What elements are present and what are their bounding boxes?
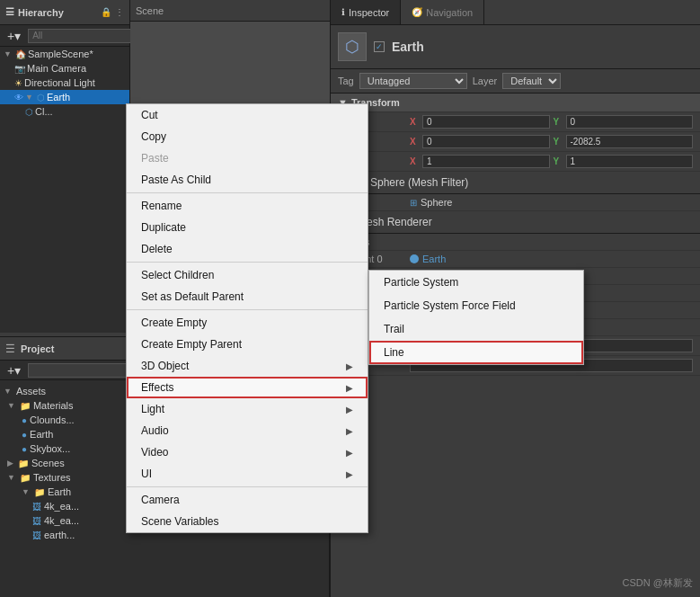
y-label: Y bbox=[554, 117, 564, 127]
more-icon[interactable]: ⋮ bbox=[115, 7, 124, 17]
menu-item-label: Audio bbox=[141, 424, 169, 437]
transform-position-row: ition X Y bbox=[331, 112, 700, 132]
hierarchy-item-directionallight[interactable]: ☀ Directional Light bbox=[0, 76, 129, 90]
menu-item-label: Video bbox=[141, 446, 168, 459]
object-name: Earth bbox=[392, 40, 424, 54]
earth-folder-label: Earth bbox=[48, 486, 71, 497]
context-menu-ui[interactable]: UI ▶ bbox=[127, 463, 368, 485]
scene-icon: 🏠 bbox=[15, 49, 26, 59]
scale-x-input[interactable] bbox=[422, 155, 550, 168]
submenu-arrow-icon: ▶ bbox=[346, 383, 353, 393]
materials-row: aterials bbox=[331, 234, 700, 251]
earth-mat-label: Earth bbox=[30, 429, 53, 440]
context-menu-set-default-parent[interactable]: Set as Default Parent bbox=[127, 286, 368, 307]
effects-submenu: Particle System Particle System Force Fi… bbox=[368, 270, 584, 365]
object-active-checkbox[interactable]: ✓ bbox=[374, 41, 385, 52]
context-menu-scene-variables[interactable]: Scene Variables bbox=[127, 511, 368, 532]
folder-icon: 📁 bbox=[34, 487, 45, 497]
layer-select[interactable]: Default bbox=[502, 73, 561, 89]
tag-select[interactable]: Untagged bbox=[359, 73, 467, 89]
submenu-particle-system-force-field[interactable]: Particle System Force Field bbox=[369, 294, 583, 317]
transform-section-header[interactable]: ▼ Transform bbox=[331, 94, 700, 112]
layer-label: Layer bbox=[473, 76, 498, 86]
context-menu-copy[interactable]: Copy bbox=[127, 126, 368, 147]
submenu-item-label: Line bbox=[384, 346, 404, 359]
project-plus-btn[interactable]: +▾ bbox=[4, 363, 24, 378]
scale-y-input[interactable] bbox=[566, 155, 694, 168]
menu-item-label: Rename bbox=[141, 200, 182, 212]
separator-1 bbox=[127, 192, 368, 193]
ry-label: Y bbox=[554, 137, 564, 147]
hierarchy-item-label: Earth bbox=[47, 92, 70, 102]
hierarchy-item-samplescene[interactable]: ▼ 🏠 SampleScene* bbox=[0, 47, 129, 61]
arrow-icon: ▼ bbox=[4, 49, 12, 58]
context-menu-3d-object[interactable]: 3D Object ▶ bbox=[127, 355, 368, 377]
position-x-input[interactable] bbox=[422, 115, 550, 129]
context-menu: Cut Copy Paste Paste As Child Rename Dup… bbox=[126, 103, 368, 533]
rotation-y-input[interactable] bbox=[566, 135, 694, 148]
context-menu-audio[interactable]: Audio ▶ bbox=[127, 420, 368, 441]
mesh-row: sh ⊞ Sphere bbox=[331, 194, 700, 211]
folder-icon: 📁 bbox=[18, 459, 29, 468]
tab-inspector[interactable]: ℹ Inspector bbox=[331, 0, 401, 24]
asset-icon: ● bbox=[22, 444, 27, 454]
separator-2 bbox=[127, 262, 368, 263]
menu-item-label: Create Empty bbox=[141, 316, 207, 329]
context-menu-create-empty-parent[interactable]: Create Empty Parent bbox=[127, 334, 368, 355]
arrow-icon: ▼ bbox=[4, 387, 12, 396]
transform-scale-row: le X Y bbox=[331, 152, 700, 172]
object-3d-icon: ⬡ bbox=[345, 37, 359, 57]
context-menu-create-empty[interactable]: Create Empty bbox=[127, 312, 368, 334]
hierarchy-item-label: Directional Light bbox=[24, 77, 95, 88]
submenu-particle-system[interactable]: Particle System bbox=[369, 271, 583, 294]
position-y-input[interactable] bbox=[566, 115, 694, 129]
mesh-filter-title: Sphere (Mesh Filter) bbox=[370, 176, 468, 189]
menu-item-label: 3D Object bbox=[141, 360, 189, 372]
submenu-trail[interactable]: Trail bbox=[369, 317, 583, 341]
hierarchy-item-maincamera[interactable]: 📷 Main Camera bbox=[0, 61, 129, 76]
folder-icon: 📁 bbox=[20, 473, 31, 483]
scene-toolbar: Scene bbox=[130, 0, 330, 22]
center-y-input[interactable] bbox=[566, 339, 694, 352]
context-menu-effects[interactable]: Effects ▶ bbox=[127, 377, 368, 398]
tab-navigation[interactable]: 🧭 Navigation bbox=[401, 0, 484, 24]
hierarchy-panel: ☰ Hierarchy 🔒 ⋮ +▾ 👁 ▼ 🏠 SampleScene* 📷 … bbox=[0, 0, 130, 333]
hierarchy-item-label: Main Camera bbox=[27, 63, 86, 74]
asset-icon: ● bbox=[22, 430, 27, 440]
context-menu-paste-as-child[interactable]: Paste As Child bbox=[127, 169, 368, 191]
lock-icon[interactable]: 🔒 bbox=[101, 7, 111, 17]
project-hamburger-icon: ☰ bbox=[5, 343, 15, 355]
context-menu-delete[interactable]: Delete bbox=[127, 238, 368, 260]
hierarchy-item-earth[interactable]: 👁 ▼ ⬡ Earth bbox=[0, 90, 129, 104]
position-x-field: X bbox=[410, 115, 550, 129]
hierarchy-item-cloud[interactable]: ⬡ Cl... bbox=[0, 104, 129, 119]
earth-tex-label: earth... bbox=[44, 530, 75, 540]
context-menu-rename[interactable]: Rename bbox=[127, 195, 368, 217]
x-label: X bbox=[410, 117, 421, 127]
asset-icon: 🖼 bbox=[32, 516, 41, 526]
asset-icon: 🖼 bbox=[32, 502, 41, 512]
clouds-label: Clounds... bbox=[30, 414, 75, 425]
context-menu-select-children[interactable]: Select Children bbox=[127, 264, 368, 286]
object-thumbnail: ⬡ bbox=[338, 32, 367, 61]
hierarchy-icon: ☰ bbox=[5, 6, 14, 18]
submenu-line[interactable]: Line bbox=[369, 341, 583, 364]
submenu-item-label: Particle System bbox=[384, 276, 458, 289]
rotation-y-field: Y bbox=[554, 135, 694, 148]
project-title: Project bbox=[21, 343, 54, 354]
context-menu-video[interactable]: Video ▶ bbox=[127, 441, 368, 463]
material-value: Earth bbox=[410, 254, 446, 264]
arrow-icon: ▼ bbox=[7, 473, 15, 482]
mesh-filter-header[interactable]: ▶ ⚪ Sphere (Mesh Filter) bbox=[331, 172, 700, 194]
assets-label: Assets bbox=[16, 386, 46, 397]
context-menu-camera[interactable]: Camera bbox=[127, 489, 368, 511]
rotation-x-input[interactable] bbox=[422, 135, 550, 148]
context-menu-paste: Paste bbox=[127, 147, 368, 169]
context-menu-light[interactable]: Light ▶ bbox=[127, 398, 368, 420]
context-menu-duplicate[interactable]: Duplicate bbox=[127, 217, 368, 238]
context-menu-cut[interactable]: Cut bbox=[127, 104, 368, 126]
mesh-renderer-header[interactable]: ✓ Mesh Renderer bbox=[331, 211, 700, 234]
4k-ea2-label: 4k_ea... bbox=[44, 515, 79, 526]
menu-item-label: Camera bbox=[141, 494, 180, 506]
plus-icon[interactable]: +▾ bbox=[4, 29, 24, 43]
